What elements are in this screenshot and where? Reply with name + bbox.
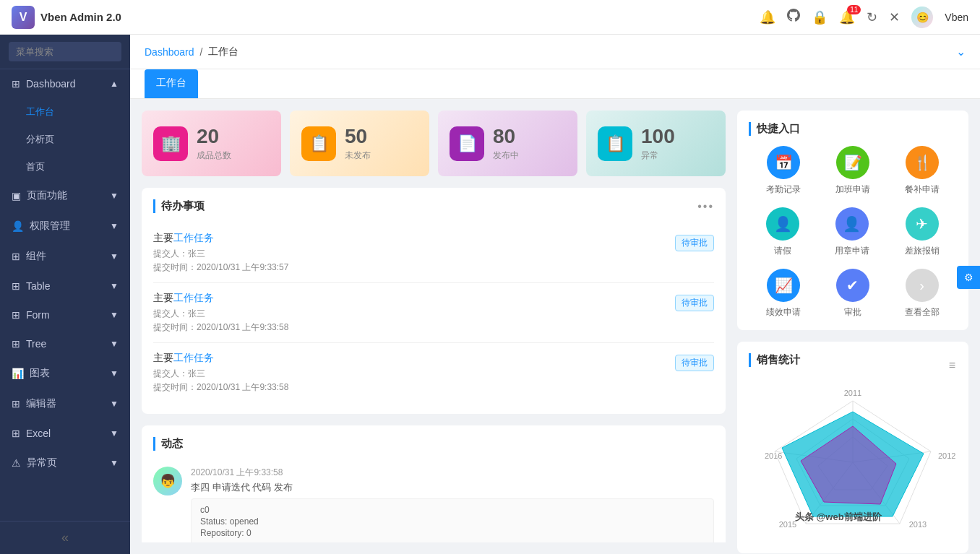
sidebar-item-auth[interactable]: 👤 权限管理 ▼ [0,211,130,241]
stat-label-unpublished: 未发布 [345,150,371,162]
expand-icon[interactable]: ⌄ [956,45,966,59]
chevron-down-icon-form: ▼ [110,310,119,320]
notification-badge: 11 [847,5,861,14]
stat-icon-unpublished: 📋 [301,126,336,161]
todo-badge-1[interactable]: 待审批 [675,295,714,311]
quick-label-chalv: 差旅报销 [905,245,940,257]
svg-text:2013: 2013 [909,520,927,529]
svg-text:2011: 2011 [844,389,861,397]
todo-panel: 待办事项 ••• 主要工作任务 提交人：张三 [142,188,726,414]
todo-keyword-2: 工作任务 [173,352,214,363]
stat-card-unpublished: 📋 50 未发布 [290,111,429,176]
left-panel: 🏢 20 成品总数 📋 50 未发布 📄 [142,111,726,542]
sidebar-item-error[interactable]: ⚠ 异常页 ▼ [0,448,130,478]
user-name: Vben [945,12,968,23]
sales-menu[interactable]: ≡ [949,359,957,372]
todo-title: 待办事项 [153,199,205,213]
avatar[interactable]: 😊 [911,7,933,28]
quick-item-yongzhang[interactable]: 👤 用章申请 [835,207,869,257]
quick-row-1: 📅 考勤记录 📝 加班申请 🍴 餐补申请 [749,146,957,196]
sales-title: 销售统计 [749,353,800,367]
chart-icon: 📊 [12,368,24,379]
quick-icon-yongzhang: 👤 [835,207,869,241]
quick-item-canbu[interactable]: 🍴 餐补申请 [905,146,940,196]
stat-icon-error: 📋 [598,126,632,161]
todo-badge-2[interactable]: 待审批 [675,355,714,371]
sidebar-label-analytics: 分析页 [26,133,54,146]
tab-workbench[interactable]: 工作台 [145,69,198,98]
github-icon[interactable] [787,9,800,25]
bell-icon[interactable]: 🔔 [760,9,775,25]
quick-item-jiaban[interactable]: 📝 加班申请 [835,146,870,196]
refresh-icon[interactable]: ↻ [867,9,877,25]
svg-text:2012: 2012 [938,451,955,460]
sidebar-label-workbench: 工作台 [26,105,54,118]
sidebar-menu: ⊞ Dashboard ▲ 工作台 分析页 首页 ▣ 页面功能 ▼ [0,69,130,521]
quick-access-panel: 快捷入口 📅 考勤记录 📝 加班申请 [737,111,968,330]
header-left: V Vben Admin 2.0 [12,6,121,29]
sidebar-item-chart[interactable]: 📊 图表 ▼ [0,358,130,389]
logo-area: V Vben Admin 2.0 [12,6,121,29]
quick-item-jixiao[interactable]: 📈 绩效申请 [766,269,801,319]
sidebar-label-form: Form [26,309,50,321]
sidebar-item-tree[interactable]: ⊞ Tree ▼ [0,329,130,358]
breadcrumb-home[interactable]: Dashboard [145,46,194,58]
logo-icon: V [12,6,35,29]
page-content: 🏢 20 成品总数 📋 50 未发布 📄 [130,99,980,554]
activity-detail: c0 Status: opened Repository: 0 [191,498,714,542]
sidebar-search-area [0,35,130,69]
stat-number-finished: 20 [197,125,231,148]
quick-item-viewall[interactable]: › 查看全部 [905,269,940,319]
sidebar-item-form[interactable]: ⊞ Form ▼ [0,300,130,329]
quick-icon-viewall: › [906,269,939,302]
stat-icon-publishing: 📄 [450,126,484,161]
lock-icon[interactable]: 🔒 [812,9,828,25]
svg-text:头条 @web前端进阶: 头条 @web前端进阶 [794,511,882,522]
stat-number-error: 100 [641,125,675,148]
sidebar-item-excel[interactable]: ⊞ Excel ▼ [0,419,130,448]
sidebar: ⊞ Dashboard ▲ 工作台 分析页 首页 ▣ 页面功能 ▼ [0,35,130,554]
todo-item: 主要工作任务 提交人：张三 提交时间：2020/10/31 上午9:33:58 … [153,343,714,402]
sidebar-label-dashboard: Dashboard [26,78,76,90]
quick-item-qingjia[interactable]: 👤 请假 [766,207,799,257]
stat-icon-finished: 🏢 [153,126,188,161]
activity-title: 动态 [153,437,714,451]
activity-text: 李四 申请迭代 代码 发布 [191,481,714,494]
right-panel: 快捷入口 📅 考勤记录 📝 加班申请 [737,111,968,542]
sidebar-item-workbench[interactable]: 工作台 [0,98,130,126]
sidebar-item-home[interactable]: 首页 [0,153,130,181]
sidebar-item-widget[interactable]: ⊞ 组件 ▼ [0,241,130,272]
quick-item-kaoqin[interactable]: 📅 考勤记录 [766,146,801,196]
dashboard-icon: ⊞ [12,78,20,90]
sidebar-item-table[interactable]: ⊞ Table ▼ [0,272,130,300]
todo-badge-0[interactable]: 待审批 [675,235,714,251]
sales-panel: 销售统计 ≡ 2011 2012 2013 2015 2016 [737,342,968,553]
activity-detail-line3: Repository: 0 [200,528,705,538]
quick-label-viewall: 查看全部 [905,306,940,319]
chevron-down-icon-table: ▼ [110,281,119,291]
sidebar-label-pagefunc: 页面功能 [27,189,67,202]
quick-icon-jixiao: 📈 [767,269,800,302]
sidebar-item-pagefunc[interactable]: ▣ 页面功能 ▼ [0,181,130,211]
notification-icon[interactable]: 🔔 11 [839,9,855,25]
svg-text:2015: 2015 [779,520,796,529]
breadcrumb-bar: Dashboard / 工作台 ⌄ [130,35,980,69]
sidebar-collapse[interactable]: « [0,521,130,554]
chevron-down-icon-chart: ▼ [110,368,119,378]
todo-time-1: 提交时间：2020/10/31 上午9:33:58 [153,321,288,334]
quick-label-yongzhang: 用章申请 [835,245,869,257]
sidebar-label-widget: 组件 [26,250,46,263]
quick-icon-qingjia: 👤 [766,207,799,241]
fullscreen-icon[interactable]: ✕ [889,9,900,25]
todo-prefix-1: 主要 [153,292,173,303]
sidebar-item-dashboard[interactable]: ⊞ Dashboard ▲ [0,69,130,98]
settings-button[interactable]: ⚙ [957,266,980,289]
search-input[interactable] [9,42,121,61]
dots-menu[interactable]: ••• [697,200,714,213]
sidebar-item-editor[interactable]: ⊞ 编辑器 ▼ [0,389,130,419]
quick-icon-chalv: ✈ [906,207,939,241]
quick-item-shenpi[interactable]: ✔ 审批 [836,269,869,319]
sidebar-item-analytics[interactable]: 分析页 [0,126,130,153]
chevron-down-icon-excel: ▼ [110,428,119,438]
quick-item-chalv[interactable]: ✈ 差旅报销 [905,207,940,257]
